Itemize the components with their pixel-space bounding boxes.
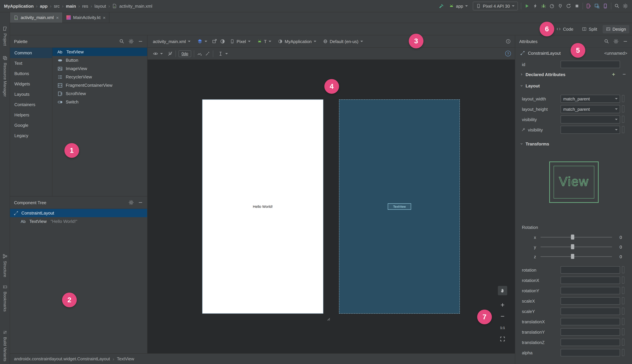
build-hammer-icon[interactable] [439,3,444,9]
breadcrumb-item-layout[interactable]: layout [94,4,106,8]
palette-category-text[interactable]: Text [10,58,52,68]
add-attribute-button[interactable]: + [612,72,615,77]
slider-thumb[interactable] [571,254,574,259]
orientation-icon[interactable] [212,39,217,44]
resource-picker-flag[interactable] [622,308,624,314]
resource-picker-flag[interactable] [622,297,624,304]
scaley-input[interactable] [560,308,620,315]
layout-file-dropdown[interactable]: activity_main.xml [151,37,192,46]
gear-icon[interactable] [128,39,134,44]
run-button[interactable] [524,3,530,9]
blueprint-preview[interactable]: TextView [339,100,460,314]
id-input[interactable] [560,61,620,68]
palette-item-textview[interactable]: Ab TextView [52,48,147,56]
breadcrumb-item-main[interactable]: main [66,4,76,8]
resource-picker-flag[interactable] [622,349,624,356]
breadcrumb-item-res[interactable]: res [82,4,88,8]
palette-item-scrollview[interactable]: ScrollView [52,90,147,98]
mode-code-button[interactable]: Code [553,25,576,33]
sidebar-item-build-variants[interactable]: Build Variants [0,329,10,339]
resource-picker-flag[interactable] [622,126,624,133]
alpha-input[interactable] [560,349,620,356]
tools-visibility-dropdown[interactable] [560,126,620,134]
scalex-input[interactable] [560,297,620,304]
slider-thumb[interactable] [571,234,574,240]
zoom-in-button[interactable] [498,300,507,310]
slider-thumb[interactable] [571,244,574,249]
status-breadcrumb-child[interactable]: TextView [117,356,134,361]
search-icon[interactable] [604,39,609,44]
tree-item-constraintlayout[interactable]: ConstraintLayout [10,209,147,217]
search-icon[interactable] [119,39,124,44]
layout-height-dropdown[interactable]: match_parent [560,105,620,113]
rotationx-input[interactable] [560,276,620,284]
device-dropdown[interactable]: Pixel 4 API 30 [473,2,518,10]
infer-constraints-icon[interactable] [205,51,210,56]
pan-button[interactable] [498,286,507,295]
debug-icon[interactable] [541,3,546,9]
palette-category-widgets[interactable]: Widgets [10,79,52,89]
palette-category-helpers[interactable]: Helpers [10,110,52,120]
rotation-y-slider[interactable] [540,246,612,247]
transforms-section[interactable]: Transforms [515,140,632,148]
profiler-icon[interactable] [549,3,554,9]
rotationy-input[interactable] [560,287,620,294]
guidelines-dropdown[interactable] [216,49,230,58]
resource-picker-flag[interactable] [622,116,624,123]
sidebar-item-structure[interactable]: Structure [0,253,10,263]
layout-section[interactable]: Layout [515,82,632,90]
tree-item-textview[interactable]: Ab TextView "Hello World!" [10,217,147,226]
zoom-out-button[interactable] [498,312,507,321]
layout-inspector-icon[interactable] [594,3,600,9]
api-version-dropdown[interactable]: T [255,37,273,46]
gear-icon[interactable] [613,39,619,44]
theme-dropdown[interactable]: MyApplication [276,37,318,46]
zoom-to-fit-button[interactable] [498,334,507,344]
tab-activity-main-xml[interactable]: activity_main.xml × [10,12,63,23]
translationy-input[interactable] [560,328,620,336]
design-surface[interactable]: Hello World! TextView 1:1 [148,60,515,353]
translationz-input[interactable] [560,339,620,346]
search-everywhere-icon[interactable] [614,3,620,9]
breadcrumb-item-project[interactable]: MyApplication [4,4,34,8]
translationx-input[interactable] [560,318,620,325]
sidebar-item-resource-manager[interactable]: Resource Manager [0,55,10,65]
settings-gear-icon[interactable] [623,3,628,9]
close-icon[interactable]: × [56,15,59,20]
resource-picker-flag[interactable] [622,318,624,325]
layout-width-dropdown[interactable]: match_parent [560,95,620,103]
stop-icon[interactable] [574,3,580,9]
sync-icon[interactable] [566,3,571,9]
palette-category-google[interactable]: Google [10,120,52,130]
palette-category-containers[interactable]: Containers [10,100,52,110]
gear-icon[interactable] [128,200,134,205]
rotation-input[interactable] [560,266,620,274]
status-breadcrumb-root[interactable]: androidx.constraintlayout.widget.Constra… [14,356,110,361]
locale-dropdown[interactable]: Default (en-us) [321,37,365,46]
resource-picker-flag[interactable] [622,95,624,102]
breadcrumb-item-app[interactable]: app [40,4,48,8]
palette-item-button[interactable]: Button [52,56,147,64]
attach-debugger-icon[interactable] [558,3,563,9]
rotation-x-slider[interactable] [540,237,612,238]
palette-category-common[interactable]: Common [10,48,52,58]
hide-panel-icon[interactable] [138,39,143,44]
mode-design-button[interactable]: Design [602,25,629,33]
palette-category-legacy[interactable]: Legacy [10,130,52,141]
run-config-dropdown[interactable]: app [447,2,470,10]
mode-split-button[interactable]: Split [578,25,600,33]
resource-picker-flag[interactable] [622,287,624,294]
resource-picker-flag[interactable] [622,276,624,284]
hide-panel-icon[interactable] [623,39,628,44]
tab-main-activity-kt[interactable]: MainActivity.kt × [63,12,110,23]
night-mode-icon[interactable] [220,39,225,44]
breadcrumb-item-src[interactable]: src [54,4,60,8]
blueprint-textview-widget[interactable]: TextView [388,203,411,210]
palette-category-layouts[interactable]: Layouts [10,89,52,100]
design-preview[interactable]: Hello World! [202,100,323,314]
palette-item-fragmentcontainerview[interactable]: FragmentContainerView [52,81,147,90]
zoom-reset-button[interactable]: 1:1 [498,323,507,332]
clear-constraints-icon[interactable] [197,51,202,56]
device-mirroring-icon[interactable] [586,3,591,9]
resource-picker-flag[interactable] [622,266,624,273]
